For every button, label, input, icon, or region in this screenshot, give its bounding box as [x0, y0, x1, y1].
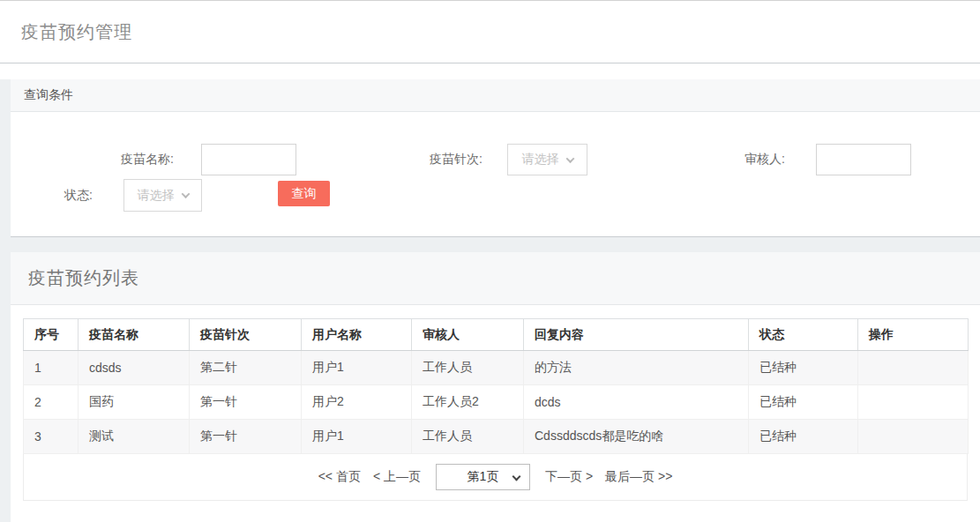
table-cell: 测试 [79, 420, 190, 454]
vaccine-name-label: 疫苗名称: [50, 152, 174, 168]
field-dose: 疫苗针次: 请选择 [359, 144, 587, 175]
chevron-down-icon [512, 473, 521, 481]
status-cell: 已结种 [749, 420, 858, 454]
field-reviewer: 审核人: [662, 144, 911, 175]
table-cell: 2 [24, 385, 79, 420]
table-cell: 第一针 [190, 420, 302, 454]
actions-cell [858, 385, 969, 420]
vaccine-name-input[interactable] [201, 144, 296, 175]
table-row: 3 测试 第一针 用户1 工作人员 Cdssddscds都是吃的啥 已结种 [24, 420, 969, 454]
table-cell: 工作人员 [412, 351, 524, 385]
reviewer-label: 审核人: [662, 152, 785, 168]
reviewer-input[interactable] [816, 144, 911, 175]
column-header: 回复内容 [524, 319, 749, 351]
table-row: 2 国药 第一针 用户2 工作人员2 dcds 已结种 [24, 385, 969, 420]
column-header: 序号 [24, 319, 79, 351]
query-panel: 查询条件 疫苗名称: 疫苗针次: 请选择 审核人: 状态: [11, 79, 980, 237]
table-cell: 用户1 [302, 351, 412, 385]
list-panel: 疫苗预约列表 序号 疫苗名称 疫苗针次 用户名称 审核人 [11, 252, 980, 522]
table-cell: 第一针 [190, 385, 302, 420]
table-cell: 用户2 [302, 385, 412, 420]
column-header: 疫苗针次 [190, 319, 302, 351]
list-panel-header: 疫苗预约列表 [11, 252, 980, 305]
page-select-value: 第1页 [468, 469, 499, 485]
field-vaccine-name: 疫苗名称: [50, 144, 296, 175]
list-panel-body: 序号 疫苗名称 疫苗针次 用户名称 审核人 回复内容 状态 操作 1 [11, 318, 980, 501]
pagination-first-link[interactable]: << 首页 [318, 469, 361, 485]
table-cell: Cdssddscds都是吃的啥 [524, 420, 749, 454]
status-select[interactable]: 请选择 [123, 179, 202, 212]
table-header-row: 序号 疫苗名称 疫苗针次 用户名称 审核人 回复内容 状态 操作 [24, 319, 969, 351]
title-bar: 疫苗预约管理 [0, 0, 980, 63]
page-title: 疫苗预约管理 [21, 20, 132, 44]
query-panel-title: 查询条件 [24, 87, 73, 103]
table-cell: 用户1 [302, 420, 412, 454]
table-cell: 的方法 [524, 351, 749, 385]
table-cell: 国药 [79, 385, 190, 420]
dose-label: 疫苗针次: [359, 152, 483, 168]
column-header: 审核人 [412, 319, 524, 351]
dose-select[interactable]: 请选择 [507, 144, 587, 175]
pagination: << 首页 < 上—页 第1页 下—页 > 最后—页 >> [23, 454, 968, 501]
list-panel-title: 疫苗预约列表 [28, 266, 139, 290]
column-header: 状态 [749, 319, 858, 351]
table-cell: 第二针 [190, 351, 302, 385]
column-header: 疫苗名称 [79, 319, 190, 351]
status-cell: 已结种 [749, 385, 858, 420]
table-cell: dcds [524, 385, 749, 420]
status-select-value: 请选择 [138, 188, 175, 204]
status-cell: 已结种 [749, 351, 858, 385]
pagination-next-link[interactable]: 下—页 > [545, 469, 593, 485]
actions-cell [858, 420, 969, 454]
dose-select-value: 请选择 [522, 152, 559, 168]
table-cell: 1 [24, 351, 79, 385]
page-content: 查询条件 疫苗名称: 疫苗针次: 请选择 审核人: 状态: [0, 79, 980, 522]
table-row: 1 cdsds 第二针 用户1 工作人员 的方法 已结种 [24, 351, 969, 385]
table-cell: cdsds [79, 351, 190, 385]
chevron-down-icon [181, 190, 190, 198]
table-cell: 工作人员 [412, 420, 524, 454]
field-status: 状态: 请选择 [22, 179, 202, 212]
search-button[interactable]: 查询 [278, 181, 330, 206]
table-cell: 工作人员2 [412, 385, 524, 420]
table-cell: 3 [24, 420, 79, 454]
column-header: 操作 [858, 319, 969, 351]
pagination-prev-link[interactable]: < 上—页 [373, 469, 421, 485]
query-panel-body: 疫苗名称: 疫苗针次: 请选择 审核人: 状态: 请选择 [11, 112, 980, 236]
query-panel-header: 查询条件 [11, 79, 980, 112]
actions-cell [858, 351, 969, 385]
status-label: 状态: [22, 188, 93, 204]
chevron-down-icon [565, 154, 574, 163]
pagination-last-link[interactable]: 最后—页 >> [605, 469, 672, 485]
column-header: 用户名称 [302, 319, 412, 351]
page-select[interactable]: 第1页 [436, 464, 530, 490]
reservation-table: 序号 疫苗名称 疫苗针次 用户名称 审核人 回复内容 状态 操作 1 [23, 318, 968, 501]
